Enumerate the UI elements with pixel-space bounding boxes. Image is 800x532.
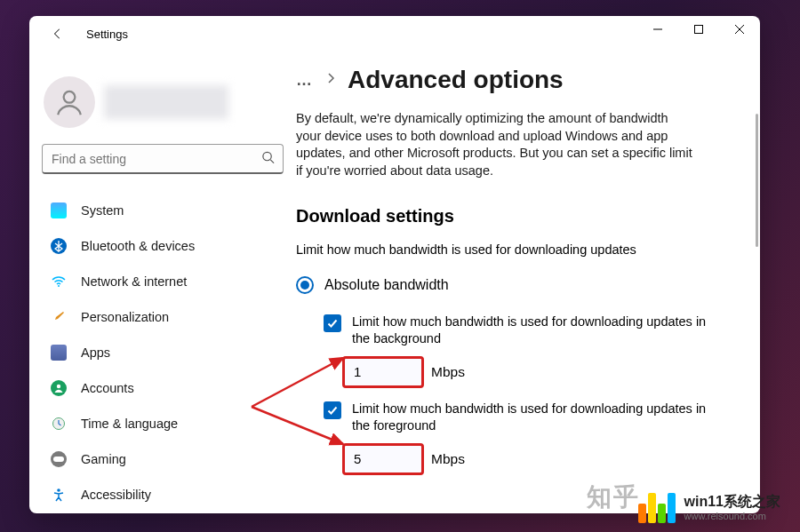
clock-icon <box>51 416 67 432</box>
sidebar-item-label: Apps <box>81 345 110 360</box>
sidebar-item-gaming[interactable]: Gaming <box>42 442 284 476</box>
sidebar-item-network[interactable]: Network & internet <box>42 265 284 298</box>
sidebar-item-personalization[interactable]: Personalization <box>42 300 284 334</box>
svg-rect-1 <box>695 26 703 34</box>
main-content: … Advanced options By default, we're dyn… <box>296 52 760 513</box>
scrollbar[interactable] <box>756 114 758 247</box>
bluetooth-icon <box>51 238 67 254</box>
person-icon <box>51 380 67 396</box>
bg-bandwidth-input[interactable] <box>342 356 424 388</box>
watermark-zhihu: 知乎 <box>587 480 640 514</box>
breadcrumb-more[interactable]: … <box>296 71 314 90</box>
gamepad-icon <box>51 451 67 467</box>
close-button[interactable] <box>719 16 760 43</box>
checkbox-fg-label: Limit how much bandwidth is used for dow… <box>352 401 725 434</box>
download-settings-subdesc: Limit how much bandwidth is used for dow… <box>296 242 748 257</box>
fg-unit: Mbps <box>431 451 465 467</box>
accessibility-icon <box>51 487 67 503</box>
svg-rect-10 <box>53 457 64 462</box>
sidebar-item-bluetooth[interactable]: Bluetooth & devices <box>42 229 284 263</box>
checkbox-bg-label: Limit how much bandwidth is used for dow… <box>352 314 725 347</box>
settings-window: Settings <box>29 16 760 513</box>
sidebar-item-label: Gaming <box>81 452 126 466</box>
sidebar-item-label: Personalization <box>81 310 169 324</box>
avatar <box>44 76 95 128</box>
svg-point-5 <box>263 152 271 160</box>
svg-point-4 <box>64 91 76 103</box>
background-limit-block: Limit how much bandwidth is used for dow… <box>296 314 748 347</box>
sidebar-item-apps[interactable]: Apps <box>42 336 284 369</box>
sidebar-item-system[interactable]: System <box>42 194 284 227</box>
sidebar-item-accounts[interactable]: Accounts <box>42 371 284 405</box>
brush-icon <box>51 309 67 325</box>
breadcrumb: … Advanced options <box>296 66 748 94</box>
back-button[interactable] <box>44 20 72 48</box>
sidebar-item-label: Accessibility <box>81 488 151 502</box>
watermark-site-url: www.relsound.com <box>684 512 780 521</box>
checkbox-bg[interactable] <box>324 314 341 332</box>
checkbox-fg[interactable] <box>324 401 341 419</box>
absolute-bandwidth-radio-row[interactable]: Absolute bandwidth <box>296 276 748 294</box>
watermark-block: win11系统之家 www.relsound.com <box>638 493 780 523</box>
radio-label: Absolute bandwidth <box>324 277 449 293</box>
fg-input-row: Mbps <box>296 443 748 475</box>
svg-line-6 <box>270 160 274 163</box>
bg-unit: Mbps <box>431 364 465 380</box>
user-block[interactable] <box>42 76 284 128</box>
sidebar-item-label: Bluetooth & devices <box>81 239 195 253</box>
search-icon <box>261 151 275 168</box>
window-controls <box>637 16 760 43</box>
system-icon <box>51 202 67 218</box>
maximize-button[interactable] <box>678 16 719 43</box>
fg-bandwidth-input[interactable] <box>342 443 424 475</box>
search-input[interactable] <box>42 144 284 174</box>
sidebar-item-label: Network & internet <box>81 274 187 289</box>
sidebar-item-accessibility[interactable]: Accessibility <box>42 478 284 512</box>
sidebar-item-label: Time & language <box>81 417 178 431</box>
sidebar: System Bluetooth & devices Network & int… <box>29 52 296 513</box>
wifi-icon <box>51 274 67 290</box>
foreground-limit-block: Limit how much bandwidth is used for dow… <box>296 401 748 434</box>
bg-input-row: Mbps <box>296 356 748 388</box>
sidebar-item-label: Accounts <box>81 381 134 395</box>
watermark-logo <box>638 493 676 523</box>
svg-point-7 <box>58 285 60 287</box>
watermark-site-cn: win11系统之家 <box>684 495 780 509</box>
page-title: Advanced options <box>348 66 564 94</box>
user-info-blurred <box>104 85 228 119</box>
download-settings-heading: Download settings <box>296 206 748 226</box>
radio-icon <box>296 276 314 294</box>
page-description: By default, we're dynamically optimizing… <box>296 110 696 179</box>
svg-point-8 <box>57 385 60 388</box>
nav: System Bluetooth & devices Network & int… <box>42 194 284 512</box>
search-wrap <box>42 144 284 174</box>
chevron-right-icon <box>326 72 335 88</box>
sidebar-item-time-language[interactable]: Time & language <box>42 407 284 441</box>
titlebar: Settings <box>29 16 760 52</box>
window-title: Settings <box>86 28 128 41</box>
minimize-button[interactable] <box>637 16 678 43</box>
apps-icon <box>51 345 67 361</box>
svg-point-11 <box>57 488 60 492</box>
sidebar-item-label: System <box>81 203 124 218</box>
